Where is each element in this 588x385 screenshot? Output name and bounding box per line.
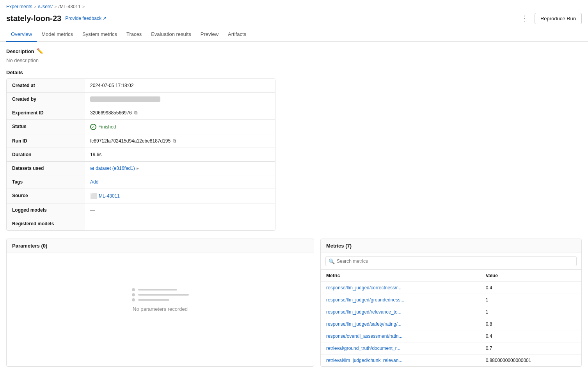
- bullet-icon: [132, 298, 135, 301]
- row-label-created-by: Created by: [7, 93, 85, 106]
- row-label-created-at: Created at: [7, 79, 85, 92]
- description-section-title: Description ✏️: [6, 48, 582, 54]
- status-badge: ✓ Finished: [90, 124, 116, 130]
- row-label-logged-models: Logged models: [7, 203, 85, 217]
- copy-run-id-icon[interactable]: ⧉: [173, 138, 176, 144]
- metrics-table: Metric Value response/llm_judged/correct…: [321, 270, 581, 366]
- metric-name-cell: response/llm_judged/correctness/r...: [321, 282, 480, 294]
- breadcrumb: Experiments > /Users/ > /ML-43011 >: [0, 0, 588, 11]
- bullet-icon: [132, 293, 135, 296]
- row-value-status: ✓ Finished: [85, 120, 275, 134]
- page-header: stately-loon-23 Provide feedback ↗ ⋮ Rep…: [0, 11, 588, 27]
- breadcrumb-users[interactable]: /Users/: [38, 4, 53, 9]
- tabs-nav: Overview Model metrics System metrics Tr…: [0, 27, 588, 42]
- table-row: Status ✓ Finished: [7, 120, 275, 134]
- tab-overview[interactable]: Overview: [6, 27, 37, 42]
- metric-link[interactable]: response/llm_judged/correctness/r...: [326, 285, 401, 291]
- row-value-run-id: fc89712fa702415d94a12ebe8187d195 ⧉: [85, 134, 275, 148]
- metric-name-cell: retrieval/ground_truth/document_r...: [321, 342, 480, 355]
- metric-link[interactable]: response/llm_judged/safety/rating/...: [326, 321, 401, 327]
- search-input-wrap: 🔍: [325, 256, 577, 266]
- metric-value-cell: 0.4: [480, 282, 581, 294]
- metric-value-cell: 1: [480, 306, 581, 318]
- tab-evaluation-results[interactable]: Evaluation results: [146, 27, 196, 42]
- source-link[interactable]: ML-43011: [99, 193, 120, 199]
- table-row: Experiment ID 3206699885566976 ⧉: [7, 106, 275, 120]
- table-row: response/overall_assessment/ratin... 0.4: [321, 330, 581, 342]
- breadcrumb-sep2: >: [54, 4, 57, 9]
- metric-link[interactable]: response/overall_assessment/ratin...: [326, 333, 402, 339]
- registered-models-value: —: [90, 221, 95, 226]
- table-row: Datasets used ⊞ dataset (e816fad1) ▸: [7, 162, 275, 175]
- dataset-table-icon: ⊞: [90, 166, 94, 171]
- row-label-run-id: Run ID: [7, 134, 85, 148]
- table-row: Run ID fc89712fa702415d94a12ebe8187d195 …: [7, 134, 275, 148]
- metrics-search-input[interactable]: [325, 256, 577, 266]
- description-label: Description: [6, 48, 34, 54]
- metric-link[interactable]: response/llm_judged/relevance_to...: [326, 309, 401, 315]
- breadcrumb-sep3: >: [82, 4, 85, 9]
- source-chip: ⬜ ML-43011: [90, 193, 120, 199]
- status-check-icon: ✓: [90, 124, 96, 130]
- feedback-link[interactable]: Provide feedback ↗: [65, 16, 107, 21]
- metrics-col-metric: Metric: [321, 270, 480, 282]
- details-section: Details Created at 2024-07-05 17:18:02 C…: [6, 70, 582, 231]
- metrics-panel-header: Metrics (7): [321, 239, 581, 253]
- row-label-registered-models: Registered models: [7, 217, 85, 230]
- metric-name-cell: response/overall_assessment/ratin...: [321, 330, 480, 342]
- metric-link[interactable]: response/llm_judged/groundedness...: [326, 297, 404, 303]
- row-label-duration: Duration: [7, 148, 85, 161]
- created-at-value: 2024-07-05 17:18:02: [90, 83, 133, 88]
- tab-artifacts[interactable]: Artifacts: [223, 27, 251, 42]
- header-actions: ⋮ Reproduce Run: [518, 12, 582, 24]
- copy-experiment-id-icon[interactable]: ⧉: [134, 110, 138, 116]
- metrics-label: Metrics (7): [326, 243, 352, 249]
- metric-value-cell: 0.4: [480, 330, 581, 342]
- tab-system-metrics[interactable]: System metrics: [78, 27, 122, 42]
- parameters-empty-label: No parameters recorded: [133, 306, 188, 312]
- metric-value-cell: 0.8: [480, 318, 581, 330]
- metrics-search-bar: 🔍: [321, 253, 581, 270]
- details-table: Created at 2024-07-05 17:18:02 Created b…: [6, 78, 275, 231]
- table-row: Registered models —: [7, 217, 275, 230]
- tab-model-metrics[interactable]: Model metrics: [37, 27, 78, 42]
- empty-list-icon: [132, 288, 189, 301]
- metrics-col-value: Value: [480, 270, 581, 282]
- metric-name-cell: response/llm_judged/relevance_to...: [321, 306, 480, 318]
- dataset-chip: ⊞ dataset (e816fad1) ▸: [90, 166, 139, 171]
- page-title-group: stately-loon-23 Provide feedback ↗: [6, 14, 107, 23]
- source-notebook-icon: ⬜: [90, 193, 97, 199]
- parameters-empty-state: No parameters recorded: [7, 253, 314, 347]
- row-value-registered-models: —: [85, 217, 275, 230]
- bottom-section: Parameters (0) N: [6, 239, 582, 367]
- table-row: Logged models —: [7, 203, 275, 217]
- add-tag-link[interactable]: Add: [90, 179, 98, 185]
- tab-traces[interactable]: Traces: [122, 27, 146, 42]
- metric-link[interactable]: retrieval/llm_judged/chunk_relevan...: [326, 358, 402, 363]
- parameters-panel-header: Parameters (0): [7, 239, 314, 253]
- dataset-link[interactable]: dataset (e816fad1): [96, 166, 135, 171]
- metric-name-cell: response/llm_judged/safety/rating/...: [321, 318, 480, 330]
- row-value-tags: Add: [85, 175, 275, 189]
- table-row: response/llm_judged/relevance_to... 1: [321, 306, 581, 318]
- description-value: No description: [6, 57, 582, 63]
- reproduce-run-button[interactable]: Reproduce Run: [535, 13, 582, 24]
- bullet-icon: [132, 288, 135, 291]
- run-id-value: fc89712fa702415d94a12ebe8187d195: [90, 138, 171, 144]
- status-text: Finished: [98, 124, 116, 130]
- experiment-id-value: 3206699885566976: [90, 110, 132, 116]
- more-options-button[interactable]: ⋮: [518, 12, 531, 24]
- edit-description-icon[interactable]: ✏️: [37, 48, 43, 54]
- dataset-more-icon[interactable]: ▸: [137, 166, 139, 171]
- details-section-title: Details: [6, 70, 582, 75]
- breadcrumb-run: /ML-43011: [59, 4, 81, 9]
- metric-link[interactable]: retrieval/ground_truth/document_r...: [326, 346, 400, 351]
- row-value-created-by: [85, 93, 275, 106]
- tab-preview[interactable]: Preview: [196, 27, 223, 42]
- parameters-label: Parameters (0): [12, 243, 47, 249]
- breadcrumb-experiments[interactable]: Experiments: [6, 4, 32, 9]
- row-value-experiment-id: 3206699885566976 ⧉: [85, 106, 275, 119]
- row-value-datasets: ⊞ dataset (e816fad1) ▸: [85, 162, 275, 175]
- row-label-experiment-id: Experiment ID: [7, 106, 85, 119]
- metric-value-cell: 1: [480, 294, 581, 306]
